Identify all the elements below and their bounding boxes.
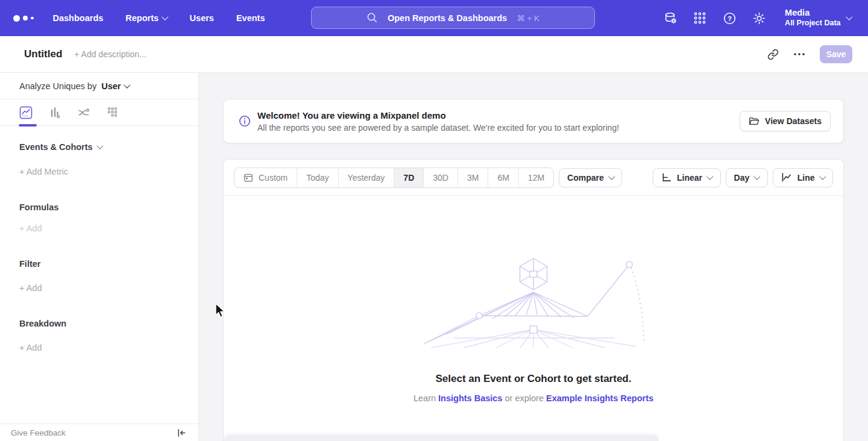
nav-dashboards[interactable]: Dashboards	[53, 13, 104, 23]
folder-icon	[749, 116, 760, 126]
tab-metrics-grid[interactable]	[106, 106, 119, 119]
demo-banner: Welcome! You are viewing a Mixpanel demo…	[223, 99, 844, 143]
scale-dropdown[interactable]: Linear	[653, 168, 721, 187]
project-env: All Project Data	[785, 19, 840, 28]
explore-middle: or explore	[505, 393, 543, 403]
search-icon	[366, 12, 378, 23]
chevron-down-icon	[608, 174, 615, 180]
chevron-down-icon	[754, 174, 761, 180]
learn-prefix: Learn	[414, 393, 436, 403]
range-6m[interactable]: 6M	[488, 168, 518, 187]
date-range-selector: Custom Today Yesterday 7D 30D 3M 6M 12M	[234, 167, 554, 188]
save-button[interactable]: Save	[820, 45, 852, 63]
report-title[interactable]: Untitled	[24, 48, 62, 60]
chart-type-dropdown[interactable]: Line	[773, 168, 833, 187]
linear-scale-icon	[661, 172, 671, 183]
chevron-down-icon	[162, 14, 169, 20]
empty-state-illustration	[419, 256, 648, 349]
range-3m[interactable]: 3M	[458, 168, 488, 187]
interval-dropdown[interactable]: Day	[726, 168, 768, 187]
more-options-icon[interactable]	[793, 52, 805, 56]
mixpanel-logo-icon[interactable]	[13, 15, 34, 22]
range-7d[interactable]: 7D	[394, 168, 424, 187]
chevron-down-icon	[819, 174, 826, 180]
data-management-icon[interactable]	[663, 11, 678, 25]
insights-basics-link[interactable]: Insights Basics	[438, 393, 502, 403]
section-formulas: Formulas	[19, 202, 198, 212]
help-icon[interactable]: ?	[722, 11, 737, 25]
add-metric-button[interactable]: + Add Metric	[19, 167, 68, 177]
chevron-down-icon	[846, 14, 852, 20]
add-breakdown-button[interactable]: + Add	[19, 343, 42, 352]
banner-title: Welcome! You are viewing a Mixpanel demo	[257, 110, 619, 120]
empty-state: Select an Event or Cohort to get started…	[224, 196, 843, 441]
info-icon	[239, 115, 251, 127]
nav-users[interactable]: Users	[190, 13, 214, 23]
svg-text:?: ?	[728, 14, 732, 22]
give-feedback-link[interactable]: Give Feedback	[11, 428, 66, 437]
analyze-by-dropdown[interactable]: User	[101, 81, 130, 91]
search-shortcut: ⌘ + K	[517, 13, 539, 23]
calendar-icon	[244, 173, 253, 183]
collapse-sidebar-icon[interactable]	[176, 428, 186, 438]
report-header: Untitled + Add description... Save	[0, 36, 868, 73]
nav-reports[interactable]: Reports	[125, 13, 167, 23]
section-filter: Filter	[19, 259, 198, 269]
compare-dropdown[interactable]: Compare	[559, 168, 622, 187]
project-name: Media	[785, 8, 840, 18]
search-placeholder: Open Reports & Dashboards	[388, 13, 507, 23]
add-filter-button[interactable]: + Add	[19, 283, 42, 293]
apps-grid-icon[interactable]	[693, 11, 707, 25]
bottom-panel-peek	[224, 435, 659, 441]
project-switcher[interactable]: Media All Project Data	[785, 8, 851, 28]
query-sidebar: Analyze Uniques by User	[0, 73, 199, 441]
analyze-label: Analyze Uniques by	[19, 81, 96, 91]
tab-bar-chart[interactable]	[48, 106, 61, 119]
report-card: Custom Today Yesterday 7D 30D 3M 6M 12M …	[223, 159, 844, 441]
range-yesterday[interactable]: Yesterday	[339, 168, 395, 187]
section-breakdown: Breakdown	[19, 319, 198, 328]
chevron-down-icon	[706, 174, 713, 180]
settings-gear-icon[interactable]	[752, 11, 766, 25]
example-insights-reports-link[interactable]: Example Insights Reports	[546, 393, 653, 403]
range-12m[interactable]: 12M	[519, 168, 553, 187]
range-30d[interactable]: 30D	[424, 168, 458, 187]
tab-line-chart[interactable]	[19, 106, 33, 119]
range-custom[interactable]: Custom	[234, 168, 297, 187]
line-chart-icon	[781, 172, 792, 183]
active-tab-underline	[19, 124, 37, 127]
banner-subtitle: All the reports you see are powered by a…	[257, 123, 619, 133]
section-events-cohorts[interactable]: Events & Cohorts	[19, 142, 198, 152]
chevron-down-icon	[96, 143, 103, 149]
nav-events[interactable]: Events	[236, 13, 265, 23]
empty-state-title: Select an Event or Cohort to get started…	[224, 373, 843, 385]
tab-flow[interactable]	[77, 106, 90, 119]
copy-link-icon[interactable]	[767, 49, 779, 60]
top-nav: Dashboards Reports Users Events Open Rep…	[0, 0, 868, 36]
view-datasets-button[interactable]: View Datasets	[740, 111, 831, 131]
add-description-field[interactable]: + Add description...	[74, 49, 146, 59]
add-formula-button[interactable]: + Add	[19, 224, 42, 233]
range-today[interactable]: Today	[297, 168, 338, 187]
chevron-down-icon	[124, 81, 131, 88]
main-content: Welcome! You are viewing a Mixpanel demo…	[200, 73, 868, 441]
search-input[interactable]: Open Reports & Dashboards ⌘ + K	[311, 7, 595, 29]
